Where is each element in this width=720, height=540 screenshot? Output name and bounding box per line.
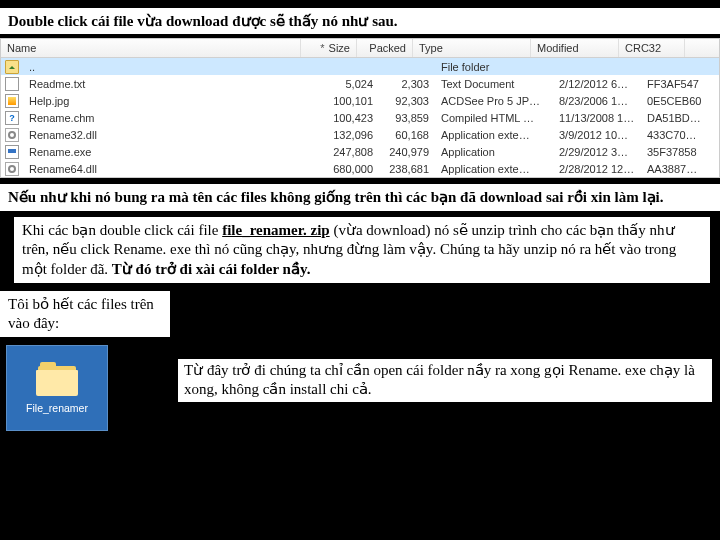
cell-size: 680,000 bbox=[323, 163, 379, 175]
col-size-header[interactable]: *Size bbox=[301, 39, 357, 57]
cell-type: File folder bbox=[435, 61, 553, 73]
folder-thumbnail-label: File_renamer bbox=[26, 402, 88, 414]
col-name-header[interactable]: Name bbox=[1, 39, 301, 57]
instr3-emphasis: Từ đó trở đi xài cái folder nầy. bbox=[112, 261, 311, 277]
cell-modified: 2/28/2012 12… bbox=[553, 163, 641, 175]
table-row[interactable]: ..File folder bbox=[1, 58, 719, 75]
cell-name: Rename32.dll bbox=[23, 129, 323, 141]
cell-type: Compiled HTML … bbox=[435, 112, 553, 124]
file-rows-container: ..File folderReadme.txt5,0242,303Text Do… bbox=[1, 58, 719, 177]
zip-filename-link: file_renamer. zip bbox=[222, 222, 329, 238]
cell-type: ACDSee Pro 5 JP… bbox=[435, 95, 553, 107]
instruction-line-2: Nếu như khi nó bung ra mà tên các files … bbox=[0, 184, 720, 211]
instr4-text: Tôi bỏ hết các files trên vào đây: bbox=[8, 296, 154, 331]
folder-icon bbox=[36, 362, 78, 396]
dll-icon bbox=[5, 128, 19, 142]
file-list-header: Name *Size Packed Type Modified CRC32 bbox=[1, 39, 719, 58]
cell-modified: 2/12/2012 6… bbox=[553, 78, 641, 90]
cell-name: Help.jpg bbox=[23, 95, 323, 107]
cell-modified: 11/13/2008 1… bbox=[553, 112, 641, 124]
cell-name: Rename.exe bbox=[23, 146, 323, 158]
cell-name: .. bbox=[23, 61, 323, 73]
cell-type: Application exte… bbox=[435, 129, 553, 141]
folder-thumbnail[interactable]: File_renamer bbox=[6, 345, 108, 431]
col-modified-header[interactable]: Modified bbox=[531, 39, 619, 57]
cell-type: Application bbox=[435, 146, 553, 158]
dll-icon bbox=[5, 162, 19, 176]
cell-packed: 2,303 bbox=[379, 78, 435, 90]
chm-icon bbox=[5, 111, 19, 125]
file-list-window: Name *Size Packed Type Modified CRC32 ..… bbox=[0, 38, 720, 178]
table-row[interactable]: Rename.chm100,42393,859Compiled HTML …11… bbox=[1, 109, 719, 126]
table-row[interactable]: Rename.exe247,808240,979Application2/29/… bbox=[1, 143, 719, 160]
cell-crc: 0E5CEB60 bbox=[641, 95, 707, 107]
cell-packed: 238,681 bbox=[379, 163, 435, 175]
table-row[interactable]: Rename32.dll132,09660,168Application ext… bbox=[1, 126, 719, 143]
cell-size: 100,101 bbox=[323, 95, 379, 107]
cell-modified: 2/29/2012 3… bbox=[553, 146, 641, 158]
table-row[interactable]: Help.jpg100,10192,303ACDSee Pro 5 JP…8/2… bbox=[1, 92, 719, 109]
instruction-paragraph-5: Từ đây trở đi chúng ta chỉ cần open cái … bbox=[178, 359, 712, 402]
cell-type: Text Document bbox=[435, 78, 553, 90]
instruction-line-1: Double click cái file vừa download được … bbox=[0, 8, 720, 34]
instr2-text: Nếu như khi nó bung ra mà tên các files … bbox=[8, 189, 664, 205]
col-crc-header[interactable]: CRC32 bbox=[619, 39, 685, 57]
cell-packed: 92,303 bbox=[379, 95, 435, 107]
cell-size: 247,808 bbox=[323, 146, 379, 158]
cell-size: 100,423 bbox=[323, 112, 379, 124]
cell-type: Application exte… bbox=[435, 163, 553, 175]
cell-crc: FF3AF547 bbox=[641, 78, 707, 90]
txt-icon bbox=[5, 77, 19, 91]
cell-size: 5,024 bbox=[323, 78, 379, 90]
cell-packed: 93,859 bbox=[379, 112, 435, 124]
jpg-icon bbox=[5, 94, 19, 108]
exe-icon bbox=[5, 145, 19, 159]
table-row[interactable]: Readme.txt5,0242,303Text Document2/12/20… bbox=[1, 75, 719, 92]
cell-name: Readme.txt bbox=[23, 78, 323, 90]
cell-name: Rename.chm bbox=[23, 112, 323, 124]
cell-modified: 3/9/2012 10… bbox=[553, 129, 641, 141]
cell-name: Rename64.dll bbox=[23, 163, 323, 175]
instruction-paragraph-3: Khi các bạn double click cái file file_r… bbox=[14, 217, 710, 284]
col-type-header[interactable]: Type bbox=[413, 39, 531, 57]
cell-crc: DA51BD… bbox=[641, 112, 707, 124]
cell-crc: 35F37858 bbox=[641, 146, 707, 158]
cell-size: 132,096 bbox=[323, 129, 379, 141]
instr1-text: Double click cái file vừa download được … bbox=[8, 13, 398, 29]
cell-crc: AA3887… bbox=[641, 163, 707, 175]
cell-packed: 240,979 bbox=[379, 146, 435, 158]
updir-icon bbox=[5, 60, 19, 74]
cell-modified: 8/23/2006 1… bbox=[553, 95, 641, 107]
cell-packed: 60,168 bbox=[379, 129, 435, 141]
lower-row: File_renamer Từ đây trở đi chúng ta chỉ … bbox=[0, 341, 720, 431]
cell-crc: 433C70… bbox=[641, 129, 707, 141]
instruction-line-4: Tôi bỏ hết các files trên vào đây: bbox=[0, 291, 170, 337]
table-row[interactable]: Rename64.dll680,000238,681Application ex… bbox=[1, 160, 719, 177]
col-packed-header[interactable]: Packed bbox=[357, 39, 413, 57]
instr5-text: Từ đây trở đi chúng ta chỉ cần open cái … bbox=[184, 362, 695, 398]
